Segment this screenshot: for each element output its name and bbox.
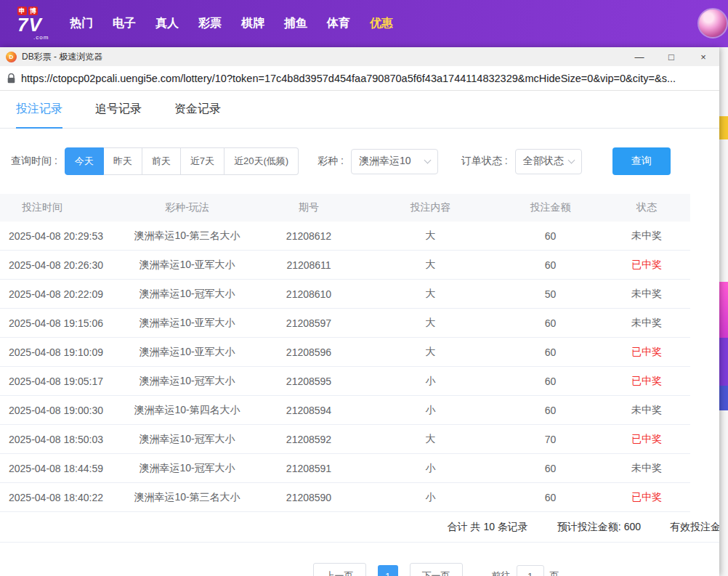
time-filter-button[interactable]: 今天 (65, 147, 104, 175)
time-filter-group: 今天 昨天 前天 近7天 近20天(低频) (65, 147, 299, 175)
bet-time-cell: 2025-04-08 18:50:03 (0, 434, 120, 445)
nav-item[interactable]: 真人 (155, 16, 179, 31)
minimize-button[interactable]: — (623, 47, 655, 66)
table-row: 2025-04-08 18:50:03 澳洲幸运10-冠军大小 21208592… (0, 425, 690, 454)
table-header-cell: 投注金额 (498, 201, 603, 214)
bet-time-cell: 2025-04-08 18:40:22 (0, 492, 120, 503)
status-cell: 未中奖 (603, 462, 690, 475)
prev-page-button[interactable]: 上一页 (313, 563, 366, 576)
bet-amount-cell: 60 (498, 492, 603, 503)
strip-blue-block (719, 386, 728, 410)
lottery-play-cell: 澳洲幸运10-冠军大小 (120, 433, 254, 446)
url-text[interactable]: https://ctopcp02pcali.uengi5e.com/lotter… (21, 73, 676, 84)
bet-time-cell: 2025-04-08 19:15:06 (0, 317, 120, 329)
status-cell: 未中奖 (603, 317, 690, 330)
bet-content-cell: 小 (363, 491, 498, 504)
user-avatar[interactable] (697, 8, 728, 38)
lottery-play-cell: 澳洲幸运10-第四名大小 (120, 404, 254, 417)
table-row: 2025-04-08 20:26:30 澳洲幸运10-亚军大小 21208611… (0, 251, 690, 280)
bet-amount-cell: 70 (498, 434, 603, 445)
window-controls: — □ × (623, 47, 719, 66)
bet-records-table: 投注时间 彩种-玩法 期号 投注内容 投注金额 状态 2025-04-08 20… (0, 194, 719, 512)
table-row: 2025-04-08 18:44:59 澳洲幸运10-冠军大小 21208591… (0, 454, 690, 483)
order-status-select[interactable]: 全部状态 (515, 149, 582, 174)
browser-title-bar[interactable]: D DB彩票 - 极速浏览器 — □ × (0, 47, 719, 66)
status-cell: 已中奖 (603, 259, 690, 272)
tab[interactable]: 投注记录 (16, 91, 62, 128)
time-filter-button[interactable]: 昨天 (104, 147, 142, 175)
status-cell: 未中奖 (603, 404, 690, 417)
bet-time-cell: 2025-04-08 20:26:30 (0, 259, 120, 271)
tab[interactable]: 追号记录 (95, 91, 142, 128)
tab[interactable]: 资金记录 (174, 91, 221, 128)
bet-amount-cell: 60 (498, 259, 603, 271)
search-button[interactable]: 查询 (612, 147, 671, 175)
logo-brand-text: 7V (17, 15, 60, 34)
goto-page-input[interactable] (517, 565, 544, 576)
table-row: 2025-04-08 20:29:53 澳洲幸运10-第三名大小 2120861… (0, 222, 690, 251)
background-page-strip (719, 47, 728, 576)
time-filter-button[interactable]: 近7天 (181, 147, 225, 175)
bet-time-cell: 2025-04-08 20:29:53 (0, 230, 120, 242)
bet-content-cell: 大 (363, 288, 498, 301)
chevron-down-icon (424, 156, 431, 163)
table-row: 2025-04-08 18:40:22 澳洲幸运10-第三名大小 2120859… (0, 483, 690, 512)
address-bar[interactable]: https://ctopcp02pcali.uengi5e.com/lotter… (0, 66, 719, 91)
goto-page-group: 前往 页 (492, 565, 559, 576)
bet-time-cell: 2025-04-08 19:05:17 (0, 376, 120, 387)
bet-time-cell: 2025-04-08 19:00:30 (0, 405, 120, 416)
table-row: 2025-04-08 20:22:09 澳洲幸运10-冠军大小 21208610… (0, 280, 690, 309)
status-cell: 已中奖 (603, 491, 690, 504)
table-header-cell: 期号 (254, 201, 363, 214)
nav-item[interactable]: 热门 (70, 16, 93, 31)
nav-item[interactable]: 棋牌 (241, 16, 264, 31)
bet-content-cell: 大 (363, 317, 498, 330)
bet-content-cell: 小 (363, 462, 498, 475)
nav-item[interactable]: 体育 (327, 16, 350, 31)
table-body: 2025-04-08 20:29:53 澳洲幸运10-第三名大小 2120861… (0, 222, 719, 512)
nav-item[interactable]: 彩票 (198, 16, 222, 31)
next-page-button[interactable]: 下一页 (410, 563, 463, 576)
status-select-value: 全部状态 (523, 155, 564, 168)
bet-content-cell: 大 (363, 433, 498, 446)
page-number-current[interactable]: 1 (378, 565, 398, 576)
time-filter-button[interactable]: 近20天(低频) (225, 147, 299, 175)
issue-number-cell: 21208591 (254, 463, 363, 474)
site-logo[interactable]: 申 博 7V .com (17, 7, 60, 41)
strip-magenta-block (719, 282, 728, 338)
issue-number-cell: 21208595 (254, 376, 363, 387)
chevron-down-icon (567, 156, 575, 163)
lottery-select-value: 澳洲幸运10 (359, 155, 411, 168)
status-cell: 已中奖 (603, 346, 690, 359)
lottery-play-cell: 澳洲幸运10-冠军大小 (120, 462, 254, 475)
nav-item[interactable]: 优惠 (370, 16, 393, 31)
record-tabs: 投注记录 追号记录 资金记录 (0, 91, 719, 129)
table-row: 2025-04-08 19:15:06 澳洲幸运10-亚军大小 21208597… (0, 309, 690, 338)
table-header-cell: 彩种-玩法 (120, 201, 254, 214)
time-filter-button[interactable]: 前天 (142, 147, 181, 175)
page-suffix-label: 页 (550, 569, 559, 576)
status-cell: 未中奖 (603, 288, 690, 301)
valid-amount-text: 有效投注金额 (670, 521, 719, 534)
nav-item[interactable]: 电子 (113, 16, 136, 31)
bet-amount-cell: 50 (498, 288, 603, 300)
issue-number-cell: 21208597 (254, 317, 363, 329)
table-row: 2025-04-08 19:00:30 澳洲幸运10-第四名大小 2120859… (0, 396, 690, 425)
maximize-button[interactable]: □ (655, 47, 687, 66)
status-cell: 已中奖 (603, 375, 690, 388)
issue-number-cell: 21208594 (254, 405, 363, 416)
strip-yellow-block (719, 116, 728, 139)
lock-icon (7, 73, 15, 84)
lottery-play-cell: 澳洲幸运10-亚军大小 (120, 346, 254, 359)
nav-item[interactable]: 捕鱼 (284, 16, 307, 31)
bet-time-cell: 2025-04-08 20:22:09 (0, 288, 120, 300)
close-button[interactable]: × (687, 47, 719, 66)
table-header-cell: 状态 (603, 201, 690, 214)
goto-label: 前往 (492, 569, 511, 576)
table-header-cell: 投注内容 (363, 201, 498, 214)
total-records-text: 合计 共 10 条记录 (448, 521, 528, 534)
lottery-select[interactable]: 澳洲幸运10 (351, 149, 438, 174)
status-cell: 未中奖 (603, 230, 690, 243)
bet-content-cell: 小 (363, 375, 498, 388)
issue-number-cell: 21208592 (254, 434, 363, 445)
